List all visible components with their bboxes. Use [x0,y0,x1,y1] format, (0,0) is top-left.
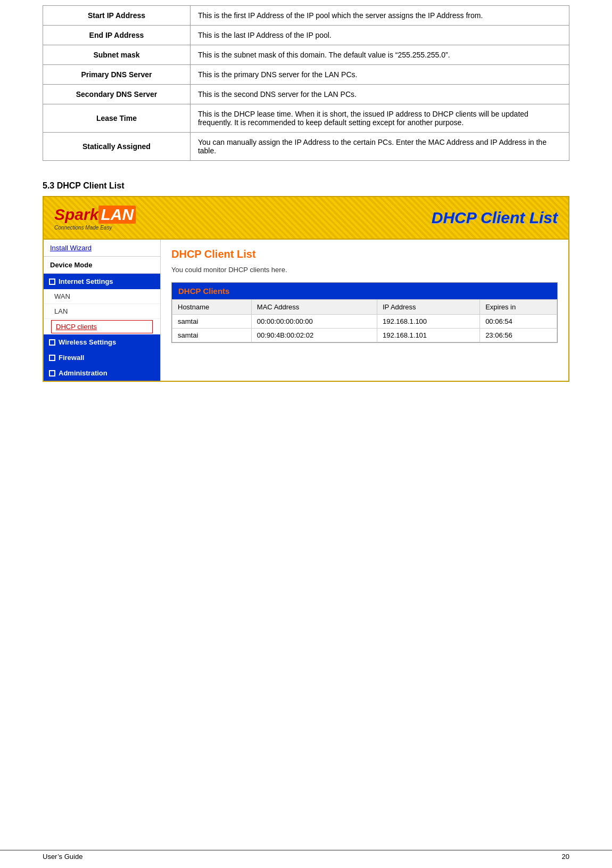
footer-left: User’s Guide [43,853,82,861]
cell-hostname: samtai [172,315,252,329]
cell-ip: 192.168.1.101 [377,329,479,342]
section-icon [49,279,55,285]
table-row: End IP Address This is the last IP Addre… [43,26,569,45]
dhcp-clients-table: HostnameMAC AddressIP AddressExpires in … [172,299,557,342]
table-row: Start IP Address This is the first IP Ad… [43,6,569,26]
desc-cell: This is the DHCP lease time. When it is … [190,104,569,133]
sidebar-section-internet-settings[interactable]: Internet Settings WANLANDHCP clients [44,274,160,333]
column-header: Expires in [480,300,557,315]
column-header: MAC Address [251,300,377,315]
dhcp-table-row: samtai00:90:4B:00:02:02192.168.1.10123:0… [172,329,557,342]
column-header: IP Address [377,300,479,315]
sidebar-sub-item-lan[interactable]: LAN [44,304,160,319]
section-label: Administration [59,369,107,377]
label-cell: Start IP Address [43,6,191,26]
desc-cell: You can manually assign the IP Address t… [190,133,569,161]
cell-ip: 192.168.1.100 [377,315,479,329]
logo-spark: Spark [54,206,98,224]
dhcp-table-row: samtai00:00:00:00:00:00192.168.1.10000:0… [172,315,557,329]
table-row: Secondary DNS Server This is the second … [43,85,569,104]
page-title: DHCP Client List [171,248,558,260]
sidebar-section-firewall[interactable]: Firewall [44,350,160,365]
sidebar-section-administration[interactable]: Administration [44,365,160,381]
router-body: Install Wizard Device Mode Internet Sett… [44,240,568,381]
cell-mac: 00:90:4B:00:02:02 [251,329,377,342]
info-table: Start IP Address This is the first IP Ad… [43,5,569,161]
desc-cell: This is the first IP Address of the IP p… [190,6,569,26]
cell-expires: 23:06:56 [480,329,557,342]
label-cell: Lease Time [43,104,191,133]
router-header: SparkLAN Connections Made Easy DHCP Clie… [44,197,568,240]
dhcp-table-wrapper: DHCP Clients HostnameMAC AddressIP Addre… [171,282,558,343]
label-cell: Statically Assigned [43,133,191,161]
sidebar-sections: Internet Settings WANLANDHCP clients Wir… [44,274,160,381]
logo-area: SparkLAN Connections Made Easy [54,206,136,231]
product-name: DHCP Client List [432,209,558,227]
sidebar-sub-item-dhcp-clients[interactable]: DHCP clients [51,320,153,333]
label-cell: End IP Address [43,26,191,45]
section-label: Firewall [59,354,84,362]
sidebar-device-mode[interactable]: Device Mode [44,257,160,274]
desc-cell: This is the subnet mask of this domain. … [190,45,569,65]
table-row: Subnet mask This is the subnet mask of t… [43,45,569,65]
sidebar: Install Wizard Device Mode Internet Sett… [44,240,161,381]
logo: SparkLAN Connections Made Easy [54,206,136,231]
desc-cell: This is the primary DNS server for the L… [190,65,569,85]
table-row: Lease Time This is the DHCP lease time. … [43,104,569,133]
sidebar-install-wizard[interactable]: Install Wizard [44,240,160,257]
section-label: Internet Settings [59,277,113,285]
section-icon [49,370,55,376]
logo-lan: LAN [98,206,136,224]
label-cell: Primary DNS Server [43,65,191,85]
cell-mac: 00:00:00:00:00:00 [251,315,377,329]
footer-right: 20 [562,853,569,861]
table-row: Statically Assigned You can manually ass… [43,133,569,161]
logo-tagline: Connections Made Easy [54,225,136,231]
table-row: Primary DNS Server This is the primary D… [43,65,569,85]
sidebar-section-wireless-settings[interactable]: Wireless Settings [44,334,160,350]
section-label: Wireless Settings [59,338,116,346]
dhcp-table-header-row: HostnameMAC AddressIP AddressExpires in [172,300,557,315]
footer: User’s Guide 20 [0,850,612,863]
desc-cell: This is the last IP Address of the IP po… [190,26,569,45]
section-heading-text: 5.3 DHCP Client List [43,181,125,190]
section-heading: 5.3 DHCP Client List [0,171,612,196]
cell-hostname: samtai [172,329,252,342]
section-icon [49,339,55,346]
label-cell: Subnet mask [43,45,191,65]
section-icon [49,355,55,361]
page-subtitle: You could monitor DHCP clients here. [171,266,558,274]
cell-expires: 00:06:54 [480,315,557,329]
label-cell: Secondary DNS Server [43,85,191,104]
router-panel: SparkLAN Connections Made Easy DHCP Clie… [43,196,569,382]
main-content: DHCP Client List You could monitor DHCP … [161,240,568,381]
column-header: Hostname [172,300,252,315]
dhcp-table-header: DHCP Clients [172,283,557,299]
sidebar-sub-item-wan[interactable]: WAN [44,289,160,304]
top-table-section: Start IP Address This is the first IP Ad… [0,0,612,171]
desc-cell: This is the second DNS server for the LA… [190,85,569,104]
